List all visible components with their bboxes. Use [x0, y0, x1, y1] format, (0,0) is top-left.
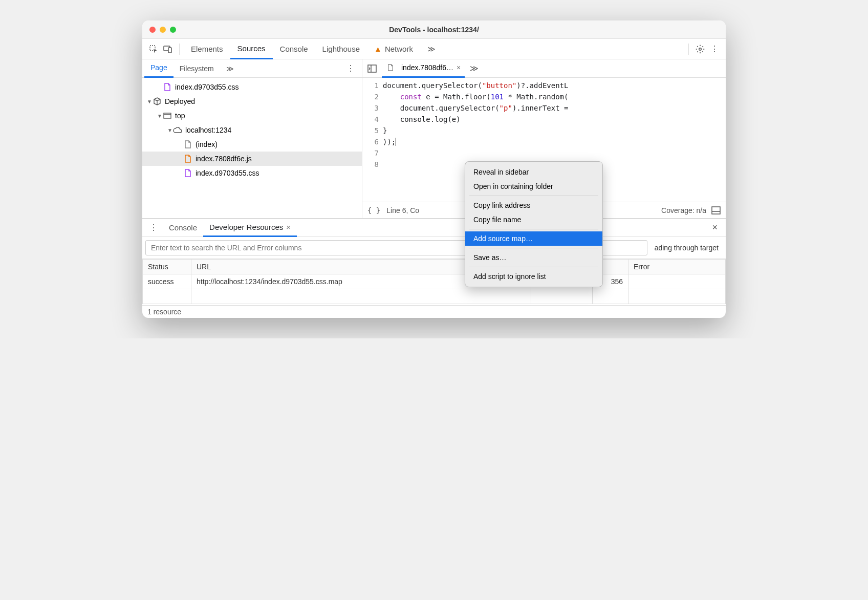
- load-through-label: ading through target: [650, 244, 723, 252]
- devtools-window: DevTools - localhost:1234/ Elements Sour…: [142, 20, 726, 318]
- context-menu: Reveal in sidebar Open in containing fol…: [465, 161, 603, 287]
- disclosure-icon: ▼: [167, 127, 173, 133]
- ctx-add-source-map[interactable]: Add source map…: [465, 231, 602, 246]
- tab-elements[interactable]: Elements: [184, 39, 230, 59]
- tree-file-css[interactable]: index.d9703d55.css: [142, 80, 362, 94]
- file-icon: [163, 82, 172, 92]
- table-header-row: Status URL Error: [143, 260, 726, 274]
- tree-label: index.d9703d55.css: [196, 169, 259, 177]
- ctx-open-folder[interactable]: Open in containing folder: [465, 179, 602, 194]
- tab-network[interactable]: ▲ Network: [367, 39, 420, 59]
- svg-point-3: [699, 48, 702, 50]
- kebab-menu-icon[interactable]: ⋮: [707, 42, 722, 56]
- disclosure-icon: ▼: [157, 113, 163, 119]
- toggle-navigator-icon[interactable]: [364, 65, 380, 73]
- close-tab-icon[interactable]: ×: [457, 63, 461, 72]
- ctx-ignore-list[interactable]: Add script to ignore list: [465, 269, 602, 284]
- navigator-pane: Page Filesystem ≫ ⋮ index.d9703d55.css ▼…: [142, 59, 362, 218]
- ctx-copy-link[interactable]: Copy link address: [465, 198, 602, 212]
- tree-jsfile[interactable]: index.7808df6e.js: [142, 152, 362, 166]
- sources-panel: Page Filesystem ≫ ⋮ index.d9703d55.css ▼…: [142, 59, 726, 218]
- table-row[interactable]: success http://localhost:1234/index.d970…: [143, 274, 726, 289]
- file-icon: [386, 63, 395, 72]
- subtab-page[interactable]: Page: [144, 59, 173, 78]
- table-row: [143, 289, 726, 304]
- tree-deployed[interactable]: ▼ Deployed: [142, 94, 362, 109]
- device-toolbar-icon[interactable]: [161, 42, 175, 56]
- ctx-separator: [469, 267, 598, 267]
- tree-index[interactable]: (index): [142, 137, 362, 152]
- show-sidebar-icon[interactable]: [711, 206, 721, 215]
- ctx-separator: [469, 196, 598, 196]
- cell-error: [628, 274, 726, 289]
- svg-rect-6: [368, 65, 376, 72]
- more-tabs-button[interactable]: ≫: [420, 39, 443, 59]
- tree-label: index.7808df6e.js: [196, 155, 252, 163]
- ctx-separator: [469, 248, 598, 248]
- ctx-reveal-sidebar[interactable]: Reveal in sidebar: [465, 165, 602, 179]
- drawer-tabs: ⋮ Console Developer Resources × ×: [142, 219, 726, 237]
- editor-file-tab[interactable]: index.7808df6… ×: [382, 59, 465, 78]
- editor-tab-label: index.7808df6…: [401, 63, 453, 72]
- frame-icon: [163, 111, 172, 120]
- file-icon: [183, 140, 192, 149]
- subtab-filesystem[interactable]: Filesystem: [173, 59, 220, 78]
- tree-label: localhost:1234: [185, 126, 231, 134]
- warning-icon: ▲: [374, 45, 382, 53]
- tree-label: Deployed: [165, 97, 195, 105]
- drawer-footer: 1 resource: [142, 305, 726, 318]
- drawer-search-row: ading through target: [142, 237, 726, 259]
- ctx-copy-name[interactable]: Copy file name: [465, 212, 602, 227]
- drawer-tab-console[interactable]: Console: [163, 219, 203, 237]
- cursor-position: Line 6, Co: [386, 206, 419, 215]
- main-toolbar: Elements Sources Console Lighthouse ▲ Ne…: [142, 39, 726, 59]
- navigator-tabs: Page Filesystem ≫ ⋮: [142, 59, 362, 78]
- svg-rect-8: [712, 207, 720, 214]
- pretty-print-icon[interactable]: { }: [367, 206, 380, 215]
- tree-host[interactable]: ▼ localhost:1234: [142, 123, 362, 137]
- titlebar: DevTools - localhost:1234/: [142, 20, 726, 39]
- close-drawer-icon[interactable]: ×: [706, 222, 724, 233]
- svg-rect-4: [164, 113, 171, 118]
- close-drawer-tab-icon[interactable]: ×: [286, 223, 291, 231]
- tree-label: index.d9703d55.css: [175, 83, 239, 91]
- window-title: DevTools - localhost:1234/: [142, 26, 726, 34]
- ctx-save-as[interactable]: Save as…: [465, 250, 602, 265]
- drawer-panel: ⋮ Console Developer Resources × × ading …: [142, 218, 726, 318]
- resources-table: Status URL Error success http://localhos…: [142, 259, 726, 305]
- tree-cssfile2[interactable]: index.d9703d55.css: [142, 166, 362, 180]
- file-icon: [183, 154, 192, 163]
- inspect-element-icon[interactable]: [146, 42, 161, 56]
- tree-top[interactable]: ▼ top: [142, 109, 362, 123]
- settings-icon[interactable]: [693, 42, 707, 56]
- navigator-kebab-icon[interactable]: ⋮: [341, 63, 360, 73]
- more-editor-tabs-button[interactable]: ≫: [467, 63, 482, 73]
- editor-tabs: index.7808df6… × ≫: [362, 59, 726, 78]
- disclosure-icon: ▼: [146, 99, 153, 104]
- tab-sources[interactable]: Sources: [230, 39, 273, 59]
- cloud-icon: [173, 125, 182, 135]
- tree-label: (index): [196, 140, 218, 148]
- file-tree: index.d9703d55.css ▼ Deployed ▼ top ▼ lo…: [142, 78, 362, 218]
- more-subtabs-button[interactable]: ≫: [220, 59, 240, 78]
- ctx-separator: [469, 229, 598, 229]
- tab-lighthouse[interactable]: Lighthouse: [315, 39, 367, 59]
- col-error[interactable]: Error: [628, 260, 726, 274]
- coverage-label: Coverage: n/a: [661, 206, 706, 215]
- drawer-tab-devresources[interactable]: Developer Resources ×: [203, 219, 297, 237]
- cube-icon: [153, 97, 162, 106]
- drawer-kebab-icon[interactable]: ⋮: [144, 223, 163, 232]
- tab-console[interactable]: Console: [273, 39, 315, 59]
- col-status[interactable]: Status: [143, 260, 191, 274]
- file-icon: [183, 168, 192, 178]
- cell-status: success: [143, 274, 191, 289]
- line-gutter: 12345678: [362, 78, 383, 202]
- tree-label: top: [175, 112, 185, 120]
- svg-rect-2: [168, 48, 171, 53]
